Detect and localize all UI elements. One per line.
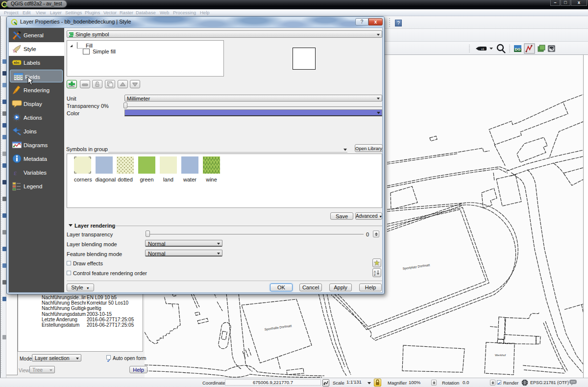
svg-text:Werkhof: Werkhof: [495, 354, 506, 357]
svg-text:Sportplatz Dorfmatt: Sportplatz Dorfmatt: [402, 263, 430, 271]
svg-text:DG: DG: [515, 47, 521, 52]
svg-text:abc: abc: [14, 61, 20, 64]
svg-text:x1: x1: [481, 48, 485, 51]
svg-text:ε: ε: [14, 169, 17, 177]
svg-text:Z: Z: [374, 273, 376, 276]
svg-text:Sporthalle Dorfmatt: Sporthalle Dorfmatt: [264, 324, 292, 332]
